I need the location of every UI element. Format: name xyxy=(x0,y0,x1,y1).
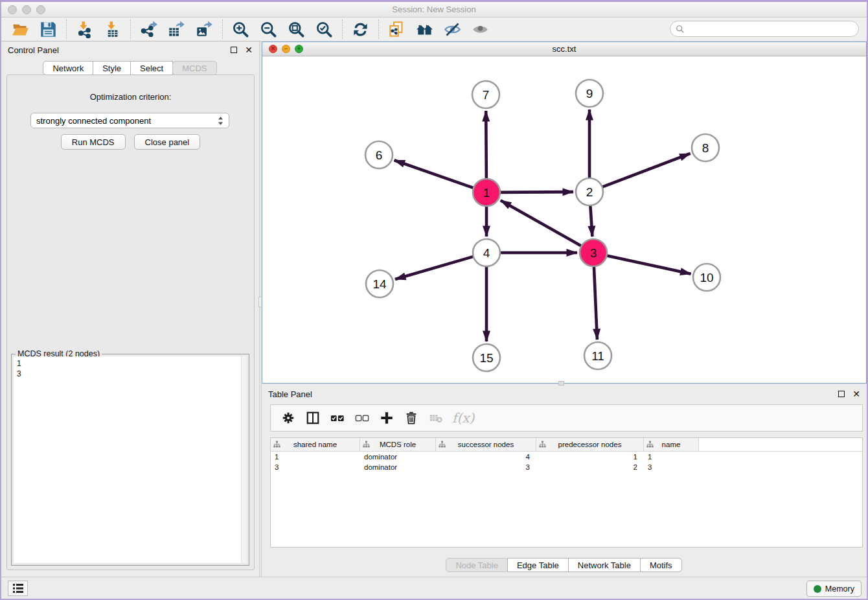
select-all-rows-icon xyxy=(330,411,345,425)
table-cell[interactable]: 1 xyxy=(271,453,360,461)
float-panel-icon[interactable] xyxy=(231,47,237,53)
tab-mcds[interactable]: MCDS xyxy=(172,61,216,75)
hide-selected-icon xyxy=(444,21,461,38)
column-header-predecessor-nodes[interactable]: predecessor nodes xyxy=(536,438,644,451)
close-panel-icon[interactable]: ✕ xyxy=(245,47,253,53)
graph-edge-3-10[interactable] xyxy=(607,255,691,273)
search-input[interactable] xyxy=(688,24,858,34)
graph-edge-2-8[interactable] xyxy=(602,154,691,187)
table-cell[interactable]: 3 xyxy=(436,463,536,471)
graph-edge-3-11[interactable] xyxy=(594,266,597,340)
table-cell[interactable]: 2 xyxy=(536,463,644,471)
optimization-criterion-dropdown[interactable]: strongly connected component xyxy=(30,113,229,128)
save-floppy-button[interactable] xyxy=(34,19,62,40)
close-table-panel-icon[interactable]: ✕ xyxy=(852,391,860,397)
show-hide-columns-button[interactable] xyxy=(302,408,324,428)
table-tab-edge-table[interactable]: Edge Table xyxy=(507,558,569,572)
table-cell[interactable]: 3 xyxy=(644,463,699,471)
table-cell[interactable]: dominator xyxy=(360,453,436,461)
column-header-label: successor nodes xyxy=(458,441,514,448)
select-all-rows-button[interactable] xyxy=(326,408,348,428)
main-toolbar xyxy=(1,17,867,41)
column-header-shared-name[interactable]: shared name xyxy=(271,438,360,451)
network-frame-titlebar[interactable]: scc.txt ✕ − + xyxy=(262,42,866,56)
column-type-icon xyxy=(439,441,446,449)
tab-select[interactable]: Select xyxy=(130,61,173,75)
graph-edge-1-2[interactable] xyxy=(500,192,573,192)
table-cell[interactable]: dominator xyxy=(360,463,436,471)
import-table-icon xyxy=(104,21,121,38)
zoom-in-button[interactable] xyxy=(227,19,255,40)
show-all-button[interactable] xyxy=(466,19,494,40)
deselect-all-rows-button[interactable] xyxy=(351,408,373,428)
new-network-from-selection-button[interactable] xyxy=(383,19,411,40)
run-mcds-button[interactable]: Run MCDS xyxy=(61,134,126,150)
column-header-MCDS-role[interactable]: MCDS role xyxy=(360,438,436,451)
graph-node-label-7: 7 xyxy=(483,88,490,102)
memory-button[interactable]: Memory xyxy=(806,581,862,597)
show-hide-columns-icon xyxy=(306,411,320,425)
graph-edge-1-7[interactable] xyxy=(486,111,486,179)
network-graph-canvas[interactable]: 7968124314101511 xyxy=(262,56,866,384)
function-builder-fx-button: f(x) xyxy=(450,410,474,426)
graph-edge-3-1[interactable] xyxy=(501,200,582,246)
graph-node-label-4: 4 xyxy=(483,246,490,260)
tab-style[interactable]: Style xyxy=(93,61,131,75)
table-header-row: shared nameMCDS rolesuccessor nodesprede… xyxy=(271,438,862,452)
control-panel-tabs: NetworkStyleSelectMCDS xyxy=(1,61,259,75)
graph-node-label-10: 10 xyxy=(700,271,713,284)
delete-column-trash-button[interactable] xyxy=(400,408,422,428)
window-titlebar: Session: New Session xyxy=(1,2,867,17)
float-table-panel-icon[interactable] xyxy=(838,391,845,397)
graph-node-label-15: 15 xyxy=(479,351,493,365)
column-header-label: name xyxy=(662,441,681,448)
table-cell[interactable]: 1 xyxy=(644,453,699,461)
frame-resize-grip[interactable] xyxy=(558,381,564,386)
result-scrollbar[interactable] xyxy=(241,356,247,563)
refresh-layout-icon xyxy=(352,21,369,38)
column-header-successor-nodes[interactable]: successor nodes xyxy=(436,438,536,451)
frame-close-button[interactable]: ✕ xyxy=(269,45,277,53)
table-tab-network-table[interactable]: Network Table xyxy=(568,558,641,572)
table-options-gear-button[interactable] xyxy=(277,408,299,428)
search-field[interactable] xyxy=(670,21,859,37)
column-header-label: shared name xyxy=(293,441,337,448)
frame-maximize-button[interactable]: + xyxy=(295,45,303,53)
close-panel-button[interactable]: Close panel xyxy=(134,134,201,150)
table-cell[interactable]: 1 xyxy=(536,453,644,461)
export-network-button[interactable] xyxy=(135,19,163,40)
search-icon xyxy=(676,25,685,34)
column-header-name[interactable]: name xyxy=(644,438,699,451)
graph-edge-1-6[interactable] xyxy=(394,160,474,188)
export-table-button[interactable] xyxy=(163,19,190,40)
frame-minimize-button[interactable]: − xyxy=(282,45,290,53)
create-column-plus-button[interactable] xyxy=(376,408,398,428)
zoom-selected-button[interactable] xyxy=(310,19,338,40)
table-row[interactable]: 1dominator411 xyxy=(271,452,862,462)
table-cell[interactable]: 3 xyxy=(271,463,360,471)
export-image-icon xyxy=(196,21,213,38)
tab-network[interactable]: Network xyxy=(43,61,93,75)
table-row[interactable]: 3dominator323 xyxy=(271,462,862,472)
open-folder-button[interactable] xyxy=(6,19,34,40)
graph-edge-4-14[interactable] xyxy=(395,257,474,279)
mcds-result-text[interactable]: 1 3 xyxy=(14,356,247,563)
zoom-out-button[interactable] xyxy=(255,19,282,40)
table-cell[interactable]: 4 xyxy=(436,453,536,461)
table-tab-motifs[interactable]: Motifs xyxy=(640,558,682,572)
column-type-icon xyxy=(363,441,370,449)
task-history-button[interactable] xyxy=(8,581,28,596)
table-options-gear-icon xyxy=(281,411,295,425)
hide-selected-button[interactable] xyxy=(439,19,466,40)
show-all-icon xyxy=(472,21,489,38)
zoom-fit-button[interactable] xyxy=(282,19,310,40)
refresh-layout-button[interactable] xyxy=(347,19,374,40)
graph-edge-2-3[interactable] xyxy=(590,205,592,237)
import-network-button[interactable] xyxy=(71,19,98,40)
network-frame-title: scc.txt xyxy=(262,44,866,54)
first-neighbors-button[interactable] xyxy=(411,19,439,40)
import-table-button[interactable] xyxy=(98,19,126,40)
graph-node-label-9: 9 xyxy=(586,87,593,100)
table-tab-node-table[interactable]: Node Table xyxy=(446,558,508,572)
export-image-button[interactable] xyxy=(190,19,218,40)
